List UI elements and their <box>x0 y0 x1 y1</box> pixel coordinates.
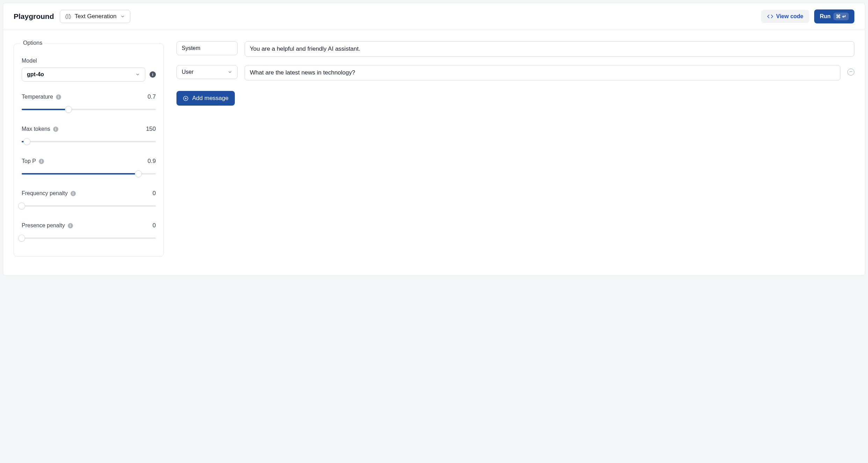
mode-label: Text Generation <box>75 13 117 20</box>
run-shortcut-badge: ⌘ ↵ <box>833 13 849 20</box>
playground-page: Playground Text Generation <box>3 3 865 276</box>
content: Options Model gpt-4o i Temperature i <box>3 30 865 271</box>
system-message-input[interactable] <box>245 41 854 57</box>
slider-top-p: Top P i 0.9 <box>22 158 156 178</box>
model-dropdown[interactable]: gpt-4o <box>22 67 145 81</box>
slider-label: Max tokens <box>22 126 50 132</box>
info-icon[interactable]: i <box>68 223 73 228</box>
slider-track-temperature[interactable] <box>22 105 156 114</box>
user-message-input[interactable] <box>245 65 840 80</box>
brain-icon <box>65 13 71 20</box>
user-role-dropdown[interactable]: User <box>176 65 238 79</box>
system-role-label: System <box>182 45 200 51</box>
slider-value: 0.9 <box>147 158 156 165</box>
topbar-right: View code Run ⌘ ↵ <box>761 9 854 23</box>
slider-track-presence-penalty[interactable] <box>22 234 156 242</box>
topbar-left: Playground Text Generation <box>14 10 130 23</box>
run-button[interactable]: Run ⌘ ↵ <box>814 9 854 23</box>
slider-value: 150 <box>146 126 156 133</box>
info-icon[interactable]: i <box>53 127 58 132</box>
model-value: gpt-4o <box>27 71 44 78</box>
model-info-icon[interactable]: i <box>150 71 156 78</box>
mode-dropdown[interactable]: Text Generation <box>60 10 130 23</box>
run-label: Run <box>820 13 831 20</box>
slider-presence-penalty: Presence penalty i 0 <box>22 222 156 242</box>
slider-value: 0 <box>153 222 156 229</box>
info-icon[interactable]: i <box>56 94 61 100</box>
chevron-down-icon <box>120 14 125 19</box>
slider-max-tokens: Max tokens i 150 <box>22 126 156 146</box>
add-message-label: Add message <box>192 95 229 102</box>
slider-label: Top P <box>22 158 36 164</box>
messages-column: System User − <box>176 40 854 106</box>
chevron-down-icon <box>135 72 140 77</box>
slider-label: Presence penalty <box>22 222 65 229</box>
slider-value: 0.7 <box>147 93 156 100</box>
topbar: Playground Text Generation <box>3 3 865 30</box>
options-panel: Options Model gpt-4o i Temperature i <box>14 43 164 257</box>
code-icon <box>767 13 773 20</box>
model-field-label: Model <box>22 58 156 64</box>
user-message-row: User − <box>176 65 854 80</box>
remove-message-button[interactable]: − <box>847 69 854 76</box>
user-role-label: User <box>182 69 194 75</box>
page-title: Playground <box>14 12 54 21</box>
slider-track-top-p[interactable] <box>22 170 156 178</box>
chevron-down-icon <box>227 70 232 74</box>
add-message-button[interactable]: Add message <box>176 91 235 106</box>
info-icon[interactable]: i <box>39 159 44 164</box>
info-icon[interactable]: i <box>71 191 76 196</box>
minus-icon: − <box>849 69 852 74</box>
system-message-row: System <box>176 41 854 57</box>
slider-track-frequency-penalty[interactable] <box>22 202 156 210</box>
slider-label: Frequency penalty <box>22 190 68 197</box>
view-code-label: View code <box>776 13 803 20</box>
slider-track-max-tokens[interactable] <box>22 137 156 146</box>
view-code-button[interactable]: View code <box>761 10 809 23</box>
system-role-box: System <box>176 41 238 55</box>
plus-circle-icon <box>183 95 189 101</box>
slider-value: 0 <box>153 190 156 197</box>
slider-temperature: Temperature i 0.7 <box>22 93 156 114</box>
slider-label: Temperature <box>22 94 53 100</box>
slider-frequency-penalty: Frequency penalty i 0 <box>22 190 156 210</box>
model-row: gpt-4o i <box>22 67 156 81</box>
options-legend: Options <box>20 40 45 46</box>
